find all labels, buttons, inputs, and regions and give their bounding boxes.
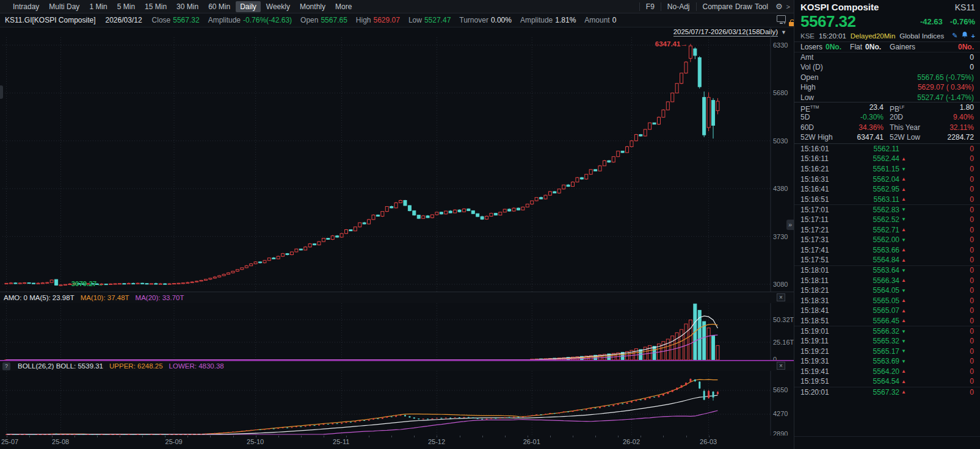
tick-row[interactable]: 15:18:515566.45▲0 [794,316,980,326]
add-icon[interactable]: + [971,32,975,40]
down-arrow-icon: ▼ [899,167,909,172]
tick-row[interactable]: 15:16:515563.11▲0 [794,194,980,204]
tick-time: 15:20:01 [800,388,852,397]
tick-row[interactable]: 15:17:215562.71▲0 [794,224,980,235]
tick-row[interactable]: 15:20:015567.32▲0 [794,387,980,397]
tab-more[interactable]: More [331,1,356,12]
toolbar-button-compare[interactable]: Compare [702,2,734,11]
tab-monthly[interactable]: Monthly [296,1,330,12]
axis-tick [210,436,211,437]
axis-tick [233,436,234,437]
tick-row[interactable]: 15:17:515564.84▲0 [794,255,980,265]
indicator-value: MA(20): 33.70T [136,294,184,301]
tab-daily[interactable]: Daily [236,1,261,12]
toolbar-button-noadj[interactable]: No-Adj [666,2,691,11]
tick-price: 5563.66 [852,246,899,254]
tick-row[interactable]: 15:16:215561.15▼0 [794,164,980,174]
tick-row[interactable]: 15:16:315562.04▲0 [794,174,980,184]
tick-row[interactable]: 15:19:015566.32▼0 [794,326,980,336]
left-edge-handle[interactable] [0,85,3,99]
tick-price: 5565.32 [852,337,899,345]
tick-row[interactable]: 15:18:015563.64▼0 [794,265,980,276]
y-axis-label: 5680 [773,89,788,96]
tick-row[interactable]: 15:19:515564.54▲0 [794,376,980,387]
tick-row[interactable]: 15:19:315563.69▼0 [794,356,980,367]
tab-60-min[interactable]: 60 Min [204,1,234,12]
chart-region[interactable]: 2025/07/17-2026/03/12(158Daily) ▼ 633056… [0,27,794,449]
x-axis-label: 26-01 [523,438,540,445]
field-label: Amplitude [208,16,241,24]
stat-value: -0.30% [841,112,884,122]
tick-row[interactable]: 15:19:415564.20▲0 [794,367,980,377]
help-icon[interactable]: ? [2,362,10,370]
tick-row[interactable]: 15:17:015562.83▼0 [794,204,980,215]
tick-row[interactable]: 15:17:315562.00▼0 [794,235,980,245]
bell-icon[interactable] [962,32,968,40]
close-icon[interactable]: × [777,293,785,301]
tab-multi-day[interactable]: Multi Day [45,1,84,12]
boll-pane[interactable]: 565042702890 [0,371,794,436]
tick-price: 5564.20 [852,367,899,376]
field-value: 0.00% [491,16,512,24]
period-tabs: IntradayMulti Day1 Min5 Min15 Min30 Min6… [9,1,357,12]
tick-volume: 0 [970,377,974,386]
axis-tick [369,436,369,437]
main-grid: 633056805030438037303080 [2,37,788,292]
main-candlestick-pane[interactable]: 6330568050304380373030806347.41→3079.27→ [0,27,794,292]
tick-volume: 0 [970,367,974,376]
tab-15-min[interactable]: 15 Min [140,1,171,12]
y-axis-label: 3730 [773,233,788,240]
down-arrow-icon: ▼ [899,359,909,364]
tick-row[interactable]: 15:16:115562.44▲0 [794,154,980,164]
tab-30-min[interactable]: 30 Min [172,1,203,12]
panel-collapse-handle[interactable]: » [786,220,794,230]
global-indices-link[interactable]: Global Indices [899,32,944,40]
tick-row[interactable]: 15:16:415562.95▲0 [794,184,980,195]
tick-row[interactable]: 15:16:015562.110 [794,144,980,154]
stat-value: 0 [970,52,974,62]
edit-icon[interactable]: ✎ [952,32,957,40]
axis-tick [414,436,415,437]
close-icon[interactable]: × [777,362,785,370]
trading-app-window: IntradayMulti Day1 Min5 Min15 Min30 Min6… [0,0,980,449]
tab-5-min[interactable]: 5 Min [113,1,139,12]
chevron-down-icon[interactable]: ▼ [782,20,787,26]
market-breadth-row: Losers0No.Flat0No.Gainers0No. [794,42,980,52]
tick-volume: 0 [970,154,974,163]
y-axis-label: 4380 [773,185,788,192]
tick-volume: 0 [970,306,974,315]
tick-time: 15:19:51 [800,377,852,386]
tab-1-min[interactable]: 1 Min [85,1,111,12]
toolbar-button-tool[interactable]: Tool [753,2,769,11]
gear-icon[interactable]: ⚙ [775,2,783,11]
volume-indicator-header: AMO: 0 MA(5): 23.98TMA(10): 37.48TMA(20)… [0,292,794,303]
quote-field-turnover: Turnover0.00% [459,16,512,24]
up-arrow-icon: ▲ [899,156,909,162]
expand-right-icon[interactable]: > [786,3,790,10]
tick-price: 5562.11 [852,145,899,153]
tick-row[interactable]: 15:18:415565.07▲0 [794,306,980,316]
tab-intraday[interactable]: Intraday [9,1,43,12]
tick-row[interactable]: 15:19:115565.32▼0 [794,336,980,347]
tick-row[interactable]: 15:17:415563.66▲0 [794,245,980,255]
tick-volume: 0 [970,246,974,254]
tick-row[interactable]: 15:19:215565.17▼0 [794,346,980,356]
stat-row: Low5527.47 (-1.47%) [794,93,980,102]
tick-row[interactable]: 15:18:115566.34▲0 [794,275,980,286]
field-value: -0.76%(-42.63) [243,16,292,24]
tick-volume: 0 [970,226,974,234]
volume-pane[interactable]: 50.32T25.16T0 [0,303,794,361]
tick-row[interactable]: 15:18:215564.05▼0 [794,286,980,296]
toolbar-button-draw[interactable]: Draw [734,2,753,11]
axis-tick [256,436,256,437]
tick-time: 15:17:01 [800,206,852,214]
tab-weekly[interactable]: Weekly [262,1,294,12]
toolbar-button-f9[interactable]: F9 [645,2,656,11]
stat-label: 60D [800,123,841,132]
tick-row[interactable]: 15:17:115562.52▼0 [794,215,980,225]
breadth-label: Losers [800,43,822,51]
stat-label: 20D [884,112,931,122]
tick-row[interactable]: 15:18:315565.05▲0 [794,295,980,306]
tick-price: 5562.44 [852,154,899,163]
tick-volume: 0 [970,215,974,224]
